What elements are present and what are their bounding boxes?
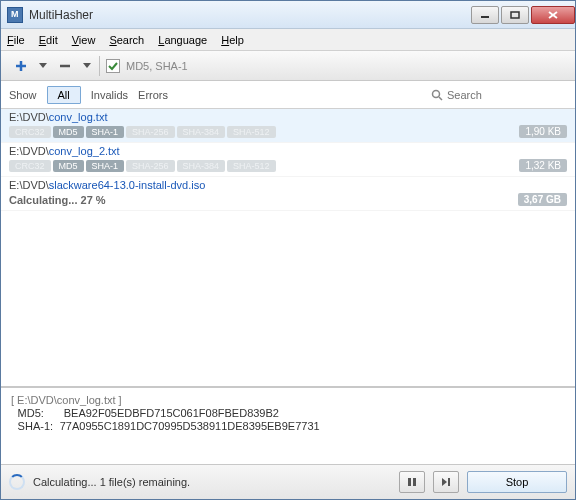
svg-rect-12 (413, 478, 416, 486)
file-row[interactable]: E:\DVD\conv_log_2.txt CRC32 MD5 SHA-1 SH… (1, 143, 575, 177)
filterbar: Show All Invalids Errors (1, 81, 575, 109)
tag-sha256: SHA-256 (126, 160, 175, 172)
file-size: 3,67 GB (518, 193, 567, 206)
spinner-icon (9, 474, 25, 490)
details-pane: [ E:\DVD\conv_log.txt ] MD5: BEA92F05EDB… (1, 387, 575, 465)
search-box (431, 89, 567, 101)
tag-crc32: CRC32 (9, 160, 51, 172)
skip-button[interactable] (433, 471, 459, 493)
file-size: 1,90 KB (519, 125, 567, 138)
file-prefix: E:\DVD\ (9, 145, 49, 157)
file-name[interactable]: conv_log_2.txt (49, 145, 120, 157)
file-row[interactable]: E:\DVD\slackware64-13.0-install-dvd.iso … (1, 177, 575, 211)
svg-point-9 (433, 90, 440, 97)
file-name[interactable]: conv_log.txt (49, 111, 108, 123)
window-title: MultiHasher (29, 8, 469, 22)
show-label: Show (9, 89, 37, 101)
search-icon (431, 89, 443, 101)
tag-sha256: SHA-256 (126, 126, 175, 138)
algo-checkbox[interactable] (106, 59, 120, 73)
filter-errors[interactable]: Errors (138, 89, 168, 101)
file-list: E:\DVD\conv_log.txt CRC32 MD5 SHA-1 SHA-… (1, 109, 575, 387)
svg-rect-11 (408, 478, 411, 486)
md5-value: BEA92F05EDBFD715C061F08FBED839B2 (64, 407, 279, 419)
sha1-label: SHA-1: (18, 420, 53, 432)
pause-button[interactable] (399, 471, 425, 493)
svg-marker-6 (39, 63, 47, 68)
tag-sha1: SHA-1 (86, 160, 125, 172)
menubar: File Edit View Search Language Help (1, 29, 575, 51)
menu-language[interactable]: Language (158, 34, 207, 46)
statusbar: Calculating... 1 file(s) remaining. Stop (1, 465, 575, 499)
svg-rect-14 (448, 478, 450, 486)
menu-file[interactable]: File (7, 34, 25, 46)
svg-marker-13 (442, 478, 447, 486)
app-icon (7, 7, 23, 23)
minimize-button[interactable] (471, 6, 499, 24)
svg-line-10 (439, 97, 442, 100)
progress-text: Calculating... 27 % (9, 194, 106, 206)
menu-help[interactable]: Help (221, 34, 244, 46)
tag-sha1: SHA-1 (86, 126, 125, 138)
file-name[interactable]: slackware64-13.0-install-dvd.iso (49, 179, 206, 191)
tag-md5: MD5 (53, 160, 84, 172)
filter-all[interactable]: All (47, 86, 81, 104)
tag-sha384: SHA-384 (177, 126, 226, 138)
menu-edit[interactable]: Edit (39, 34, 58, 46)
titlebar: MultiHasher (1, 1, 575, 29)
file-prefix: E:\DVD\ (9, 111, 49, 123)
tag-crc32: CRC32 (9, 126, 51, 138)
toolbar: MD5, SHA-1 (1, 51, 575, 81)
tag-sha512: SHA-512 (227, 160, 276, 172)
close-button[interactable] (531, 6, 575, 24)
add-button[interactable] (7, 55, 35, 77)
maximize-button[interactable] (501, 6, 529, 24)
tag-sha512: SHA-512 (227, 126, 276, 138)
file-row[interactable]: E:\DVD\conv_log.txt CRC32 MD5 SHA-1 SHA-… (1, 109, 575, 143)
toolbar-separator (99, 56, 100, 76)
tag-sha384: SHA-384 (177, 160, 226, 172)
algo-label: MD5, SHA-1 (126, 60, 188, 72)
app-window: MultiHasher File Edit View Search Langua… (0, 0, 576, 500)
status-text: Calculating... 1 file(s) remaining. (33, 476, 391, 488)
add-dropdown[interactable] (37, 55, 49, 77)
tag-md5: MD5 (53, 126, 84, 138)
menu-view[interactable]: View (72, 34, 96, 46)
stop-button[interactable]: Stop (467, 471, 567, 493)
remove-dropdown[interactable] (81, 55, 93, 77)
filter-invalids[interactable]: Invalids (91, 89, 128, 101)
menu-search[interactable]: Search (109, 34, 144, 46)
svg-rect-1 (511, 12, 519, 18)
svg-marker-8 (83, 63, 91, 68)
md5-label: MD5: (18, 407, 44, 419)
remove-button[interactable] (51, 55, 79, 77)
details-header: [ E:\DVD\conv_log.txt ] (11, 394, 122, 406)
file-prefix: E:\DVD\ (9, 179, 49, 191)
search-input[interactable] (447, 89, 567, 101)
file-size: 1,32 KB (519, 159, 567, 172)
sha1-value: 77A0955C1891DC70995D538911DE8395EB9E7731 (60, 420, 320, 432)
